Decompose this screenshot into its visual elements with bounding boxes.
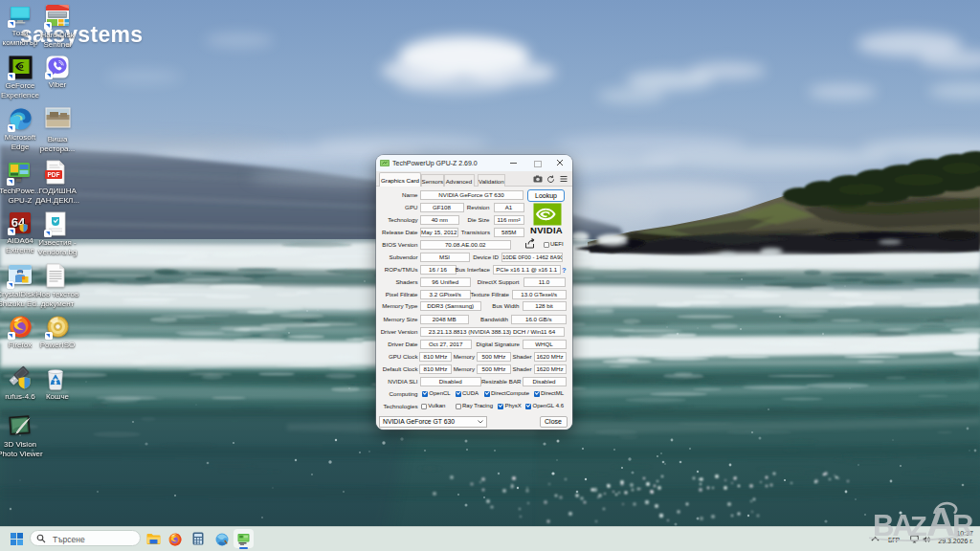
svg-text:NVIDIA: NVIDIA: [530, 225, 563, 235]
svg-text:PDF: PDF: [48, 171, 60, 178]
